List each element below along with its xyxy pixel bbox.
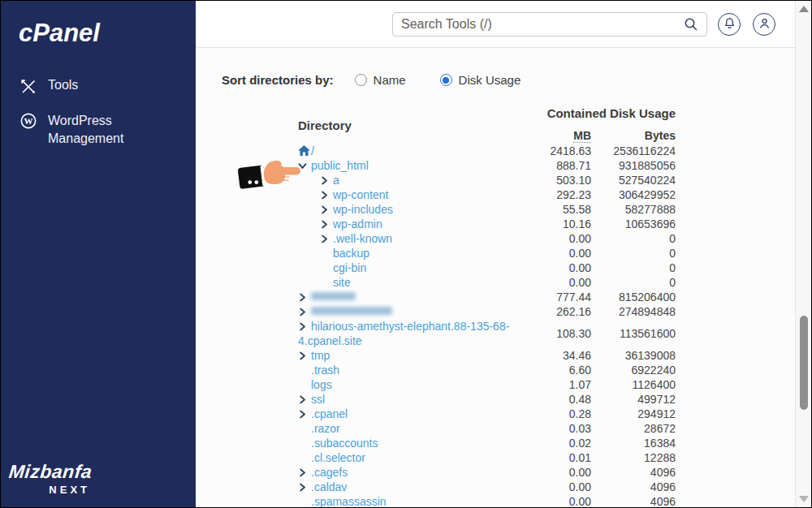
mb-value: 0.00 xyxy=(538,246,591,260)
chevron-right-icon[interactable] xyxy=(298,305,307,314)
chevron-right-icon[interactable] xyxy=(320,203,329,212)
bytes-value: 4096 xyxy=(591,494,676,508)
chevron-right-icon[interactable] xyxy=(320,217,329,226)
directory-link[interactable]: wp-content xyxy=(333,188,388,201)
chevron-right-icon[interactable] xyxy=(298,466,307,475)
mb-value: 10.16 xyxy=(538,217,591,231)
pointing-hand-annotation xyxy=(237,156,300,190)
directory-link[interactable]: .well-known xyxy=(333,232,392,245)
bytes-value: 2536116224 xyxy=(591,144,676,158)
radio-sort-by-name[interactable]: Name xyxy=(355,73,406,87)
mb-value: 777.44 xyxy=(538,290,591,304)
mb-value: 0.02 xyxy=(538,436,591,450)
directory-cell: public_html xyxy=(298,158,538,173)
mb-value: 0.03 xyxy=(538,421,591,436)
bell-icon xyxy=(723,17,736,32)
scrollbar-up-arrow[interactable] xyxy=(799,6,809,12)
directory-link[interactable]: cgi-bin xyxy=(333,261,366,274)
directory-link[interactable]: .spamassassin xyxy=(311,495,387,508)
directory-link[interactable]: ssl xyxy=(311,393,325,406)
table-row: cgi-bin0.000 xyxy=(298,260,676,275)
directory-link[interactable]: .cpanel xyxy=(311,407,348,420)
bytes-value: 0 xyxy=(591,246,676,260)
mb-value: 503.10 xyxy=(538,173,591,187)
redacted-directory-name[interactable] xyxy=(311,292,356,300)
table-row: 262.16274894848 xyxy=(298,304,676,319)
chevron-right-icon[interactable] xyxy=(320,174,329,183)
radio-circle[interactable] xyxy=(440,74,452,86)
directory-cell: cgi-bin xyxy=(298,260,538,275)
search-box[interactable] xyxy=(392,12,707,37)
mb-column-header: MB xyxy=(538,128,591,143)
vertical-scrollbar[interactable] xyxy=(795,1,811,507)
contained-disk-usage-header: Contained Disk Usage xyxy=(298,107,676,119)
chevron-right-icon[interactable] xyxy=(298,407,307,416)
directory-link[interactable]: wp-includes xyxy=(333,203,393,216)
chevron-right-icon[interactable] xyxy=(298,393,307,402)
directory-cell: wp-content xyxy=(298,187,538,202)
chevron-right-icon[interactable] xyxy=(298,320,307,329)
directory-cell: .well-known xyxy=(298,231,538,246)
table-row: .razor0.0328672 xyxy=(298,421,676,436)
scrollbar-down-arrow[interactable] xyxy=(799,496,809,502)
radio-circle[interactable] xyxy=(355,74,367,86)
directory-link[interactable]: .caldav xyxy=(311,480,347,493)
redacted-directory-name[interactable] xyxy=(311,307,392,315)
bytes-value: 274894848 xyxy=(591,304,676,319)
chevron-right-icon[interactable] xyxy=(298,291,307,299)
sort-label: Sort directories by: xyxy=(222,73,334,87)
directory-link[interactable]: .subaccounts xyxy=(311,437,378,450)
sidebar-item-label: Tools xyxy=(48,78,78,93)
search-input[interactable] xyxy=(401,17,684,32)
directory-link[interactable]: wp-admin xyxy=(333,217,382,230)
sidebar-item-wordpress-management[interactable]: W WordPress Management xyxy=(20,112,175,148)
directory-link[interactable]: public_html xyxy=(311,159,369,172)
directory-cell: logs xyxy=(298,377,538,392)
directory-cell: .spamassassin xyxy=(298,494,538,508)
directory-link[interactable]: tmp xyxy=(311,349,330,362)
directory-link[interactable]: .cl.selector xyxy=(311,451,365,464)
table-row: .cl.selector0.0112288 xyxy=(298,450,676,465)
table-row: .trash6.606922240 xyxy=(298,363,676,377)
mb-value: 6.60 xyxy=(538,363,591,377)
table-row: logs1.071126400 xyxy=(298,377,676,392)
directory-link[interactable]: a xyxy=(333,174,339,187)
directory-link[interactable]: .razor xyxy=(311,422,340,435)
mb-value: 888.71 xyxy=(538,158,591,173)
directory-cell: .cpanel xyxy=(298,407,538,421)
notifications-button[interactable] xyxy=(718,13,741,36)
mb-value: 0.01 xyxy=(538,450,591,465)
directory-cell: .subaccounts xyxy=(298,436,538,450)
mizbanfa-next-text: NEXT xyxy=(9,484,90,496)
column-headers: MB Bytes xyxy=(298,128,676,143)
bytes-value: 4096 xyxy=(591,465,676,480)
user-account-button[interactable] xyxy=(753,13,775,36)
mb-value: 55.58 xyxy=(538,202,591,217)
mb-value: 0.00 xyxy=(538,480,591,494)
radio-label: Name xyxy=(374,73,406,87)
directory-link[interactable]: backup xyxy=(333,247,369,260)
chevron-right-icon[interactable] xyxy=(320,188,329,197)
directory-link[interactable]: logs xyxy=(311,378,332,391)
chevron-right-icon[interactable] xyxy=(298,349,307,358)
directory-cell: .razor xyxy=(298,421,538,436)
directory-link[interactable]: site xyxy=(333,276,351,289)
directory-link[interactable]: .trash xyxy=(311,364,339,377)
directory-cell: backup xyxy=(298,246,538,260)
table-row: wp-admin10.1610653696 xyxy=(298,217,676,231)
scrollbar-thumb[interactable] xyxy=(800,316,808,410)
radio-sort-by-disk-usage[interactable]: Disk Usage xyxy=(440,73,521,87)
mb-value: 0.00 xyxy=(538,465,591,480)
sidebar-item-label: WordPress Management xyxy=(48,112,175,148)
directory-link[interactable]: hilarious-amethyst-elephant.88-135-68-4.… xyxy=(298,320,509,347)
directory-link[interactable]: / xyxy=(311,144,314,157)
chevron-right-icon[interactable] xyxy=(298,480,307,489)
sidebar-item-tools[interactable]: Tools xyxy=(20,78,78,95)
mb-value: 262.16 xyxy=(538,304,591,319)
chevron-right-icon[interactable] xyxy=(320,232,329,241)
directory-link[interactable]: .cagefs xyxy=(311,466,348,479)
table-row: backup0.000 xyxy=(298,246,676,260)
table-row: hilarious-amethyst-elephant.88-135-68-4.… xyxy=(298,319,676,348)
search-icon[interactable] xyxy=(684,17,698,32)
wordpress-icon: W xyxy=(20,113,37,129)
